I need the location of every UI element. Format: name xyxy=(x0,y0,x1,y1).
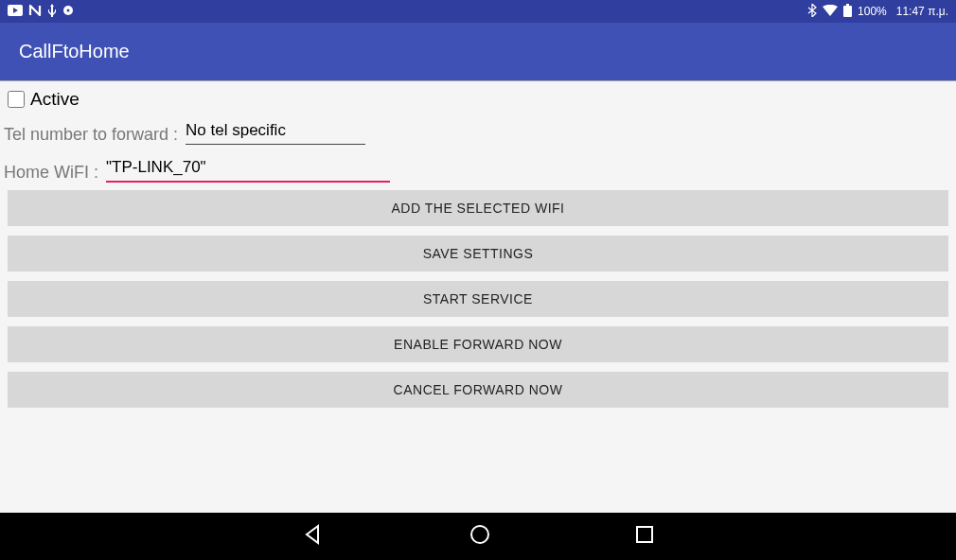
wifi-icon xyxy=(823,5,838,19)
active-label: Active xyxy=(30,89,80,110)
disc-icon xyxy=(62,5,74,19)
youtube-icon xyxy=(8,5,23,19)
wifi-input[interactable] xyxy=(106,156,390,183)
tel-label: Tel number to forward : xyxy=(4,125,178,145)
wifi-label: Home WiFI : xyxy=(4,163,98,183)
main-content: Active Tel number to forward : Home WiFI… xyxy=(0,81,956,513)
enable-forward-button[interactable]: ENABLE FORWARD NOW xyxy=(8,326,948,362)
svg-point-3 xyxy=(67,9,70,11)
cancel-forward-button[interactable]: CANCEL FORWARD NOW xyxy=(8,372,948,408)
svg-rect-7 xyxy=(637,527,652,542)
svg-rect-5 xyxy=(846,4,849,6)
battery-percent: 100% xyxy=(858,5,887,18)
home-icon[interactable] xyxy=(468,522,492,551)
start-service-button[interactable]: START SERVICE xyxy=(8,281,948,317)
active-checkbox[interactable] xyxy=(8,91,25,108)
n-icon xyxy=(28,5,42,19)
navigation-bar xyxy=(0,513,956,560)
app-title: CallFtoHome xyxy=(19,41,130,62)
usb-icon xyxy=(47,4,57,20)
svg-rect-4 xyxy=(843,6,852,17)
back-icon[interactable] xyxy=(301,522,326,551)
recent-icon[interactable] xyxy=(634,524,655,549)
tel-input[interactable] xyxy=(186,119,365,145)
svg-point-6 xyxy=(471,526,488,543)
app-bar: CallFtoHome xyxy=(0,23,956,81)
status-bar: 100% 11:47 π.μ. xyxy=(0,0,956,23)
clock: 11:47 π.μ. xyxy=(896,5,948,18)
save-settings-button[interactable]: SAVE SETTINGS xyxy=(8,236,948,271)
bluetooth-icon xyxy=(807,4,817,20)
add-wifi-button[interactable]: ADD THE SELECTED WIFI xyxy=(8,190,948,226)
battery-icon xyxy=(843,4,852,20)
